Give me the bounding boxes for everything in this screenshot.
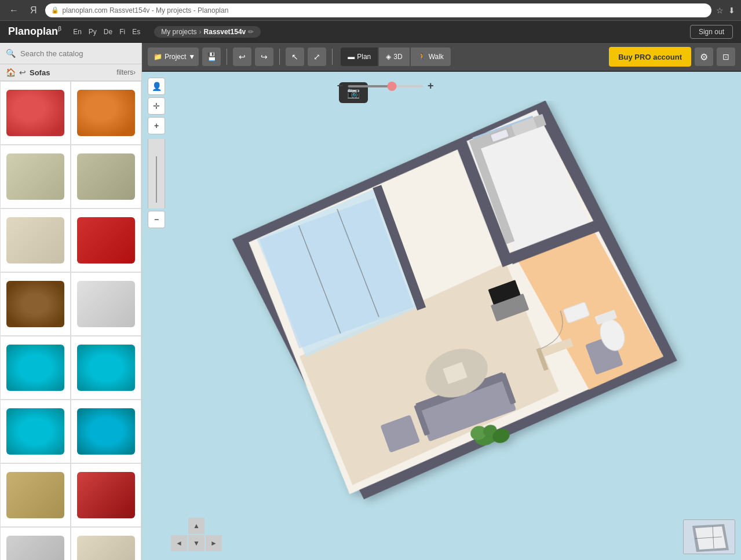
minimap-svg (684, 520, 735, 554)
lock-icon: 🔒 (51, 6, 59, 14)
fullscreen-button[interactable]: ⊡ (717, 47, 735, 66)
nav-middle-row: ◄ ▼ ► (171, 535, 222, 551)
edit-project-name-icon[interactable]: ✏ (248, 28, 254, 36)
list-item[interactable] (71, 272, 141, 336)
category-label: Sofas (30, 68, 50, 77)
walk-view-button[interactable]: 🚶 Walk (411, 47, 451, 66)
lang-en[interactable]: En (71, 27, 84, 37)
app-bar: Planoplanβ En Ру De Fi Es My projects › … (0, 21, 741, 43)
select-tool-button[interactable]: ↖ (286, 47, 304, 66)
3d-icon: ◈ (386, 53, 391, 61)
list-item[interactable] (71, 208, 141, 272)
list-item[interactable] (0, 272, 71, 336)
back-nav-button[interactable]: ← (6, 4, 22, 17)
minimap[interactable] (683, 519, 735, 554)
main-layout: 🔍 🏠 ↩ Sofas filters› (0, 43, 741, 560)
back-category-icon[interactable]: ↩ (19, 68, 26, 77)
list-item[interactable] (71, 145, 141, 208)
zoom-bar (148, 139, 165, 208)
3d-view-button[interactable]: ◈ 3D (379, 47, 409, 66)
compass-tool[interactable]: ✛ (148, 97, 165, 115)
language-switcher: En Ру De Fi Es (71, 27, 143, 37)
app-bar-left: Planoplanβ En Ру De Fi Es My projects › … (8, 25, 261, 38)
zoom-minus-button[interactable]: − (337, 80, 343, 92)
walk-icon: 🚶 (418, 53, 426, 61)
list-item[interactable] (0, 463, 71, 527)
nav-controls: ▲ ◄ ▼ ► (171, 518, 222, 551)
toolbar: 📁 Project ▼ 💾 ↩ ↪ ↖ ⤢ (142, 43, 741, 72)
search-icon: 🔍 (6, 49, 16, 58)
category-nav: 🏠 ↩ Sofas (6, 68, 50, 77)
measure-tool-button[interactable]: ⤢ (308, 47, 326, 66)
browser-actions: ☆ ⬇ (716, 6, 735, 15)
lang-es[interactable]: Es (130, 27, 143, 37)
list-item[interactable] (71, 527, 141, 560)
list-item[interactable] (0, 208, 71, 272)
fullscreen-icon: ⊡ (722, 52, 729, 61)
toolbar-separator-3 (332, 49, 333, 65)
breadcrumb-my-projects[interactable]: My projects (161, 28, 196, 36)
toolbar-separator (227, 49, 227, 65)
sign-out-button[interactable]: Sign out (690, 25, 733, 39)
dropdown-arrow-icon: ▼ (188, 53, 195, 61)
left-tool-panel: 👤 ✛ + − (148, 78, 165, 228)
folder-icon: 📁 (154, 53, 162, 61)
save-button[interactable]: 💾 (202, 47, 221, 66)
floor-plan-view[interactable] (177, 101, 721, 552)
undo-button[interactable]: ↩ (233, 47, 251, 66)
nav-left-button[interactable]: ◄ (171, 535, 187, 551)
list-item[interactable] (0, 336, 71, 400)
zoom-slider-container: − + (337, 80, 433, 92)
bookmark-icon[interactable]: ☆ (716, 6, 724, 15)
nav-right-button[interactable]: ► (206, 535, 222, 551)
measure-icon: ⤢ (313, 52, 320, 61)
redo-button[interactable]: ↪ (255, 47, 273, 66)
home-icon[interactable]: 🏠 (6, 68, 16, 77)
settings-button[interactable]: ⚙ (695, 47, 713, 66)
forward-nav-button[interactable]: Я (27, 4, 41, 17)
project-menu-button[interactable]: 📁 Project ▼ (148, 47, 199, 66)
download-icon[interactable]: ⬇ (728, 6, 735, 15)
nav-up-button[interactable]: ▲ (188, 518, 205, 534)
toolbar-separator-2 (279, 49, 280, 65)
view-mode-group: ▬ Plan ◈ 3D 🚶 Walk (341, 47, 451, 66)
main-area: 📁 Project ▼ 💾 ↩ ↪ ↖ ⤢ (142, 43, 741, 560)
list-item[interactable] (0, 81, 71, 145)
list-item[interactable] (71, 336, 141, 400)
redo-icon: ↪ (261, 52, 268, 61)
plan-icon: ▬ (348, 53, 355, 61)
lang-fi[interactable]: Fi (117, 27, 127, 37)
filters-link[interactable]: filters› (116, 68, 136, 76)
lang-ru[interactable]: Ру (86, 27, 99, 37)
app-logo: Planoplanβ (8, 25, 61, 38)
breadcrumb: My projects › Rassvet154v ✏ (154, 26, 261, 38)
list-item[interactable] (0, 527, 71, 560)
zoom-bar-track (148, 139, 165, 208)
buy-pro-button[interactable]: Buy PRO account (609, 47, 691, 67)
list-item[interactable] (0, 400, 71, 463)
zoom-out-tool[interactable]: − (148, 211, 165, 228)
person-view-tool[interactable]: 👤 (148, 78, 165, 95)
list-item[interactable] (71, 400, 141, 463)
lang-de[interactable]: De (101, 27, 115, 37)
catalog-grid (0, 81, 141, 560)
canvas-area[interactable]: 📷 − + 👤 ✛ + − (142, 72, 741, 560)
search-bar: 🔍 (0, 43, 141, 64)
settings-icon: ⚙ (700, 52, 708, 63)
breadcrumb-separator: › (199, 28, 202, 36)
list-item[interactable] (71, 81, 141, 145)
browser-chrome: ← Я 🔒 planoplan.com Rassvet154v - My pro… (0, 0, 741, 21)
zoom-in-tool[interactable]: + (148, 117, 165, 134)
zoom-plus-button[interactable]: + (428, 80, 434, 92)
search-input[interactable] (20, 49, 136, 58)
undo-icon: ↩ (239, 52, 246, 61)
filters-row: 🏠 ↩ Sofas filters› (0, 64, 141, 81)
breadcrumb-current[interactable]: Rassvet154v (204, 28, 246, 36)
nav-up-row: ▲ (188, 518, 205, 534)
plan-view-button[interactable]: ▬ Plan (341, 47, 378, 66)
url-bar[interactable]: 🔒 planoplan.com Rassvet154v - My project… (45, 3, 711, 17)
list-item[interactable] (0, 145, 71, 208)
nav-down-button[interactable]: ▼ (188, 535, 205, 551)
list-item[interactable] (71, 463, 141, 527)
zoom-slider[interactable] (348, 85, 423, 87)
